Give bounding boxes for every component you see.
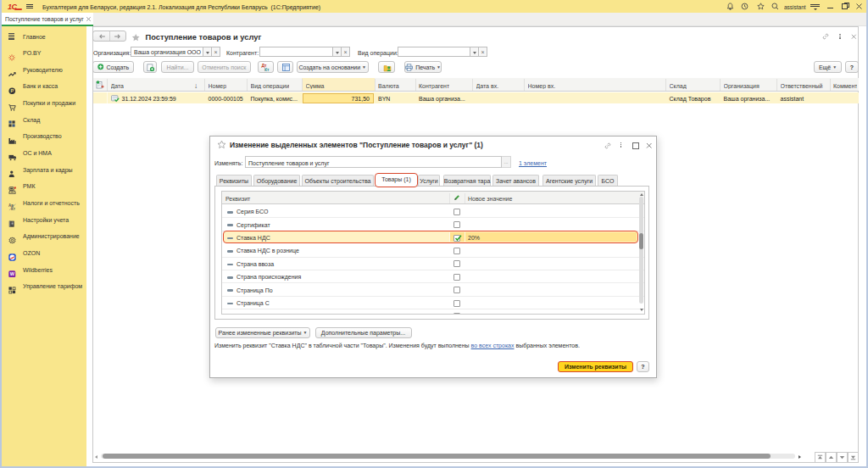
svg-text:Р: Р [10, 88, 14, 93]
svg-text:W: W [10, 271, 15, 276]
